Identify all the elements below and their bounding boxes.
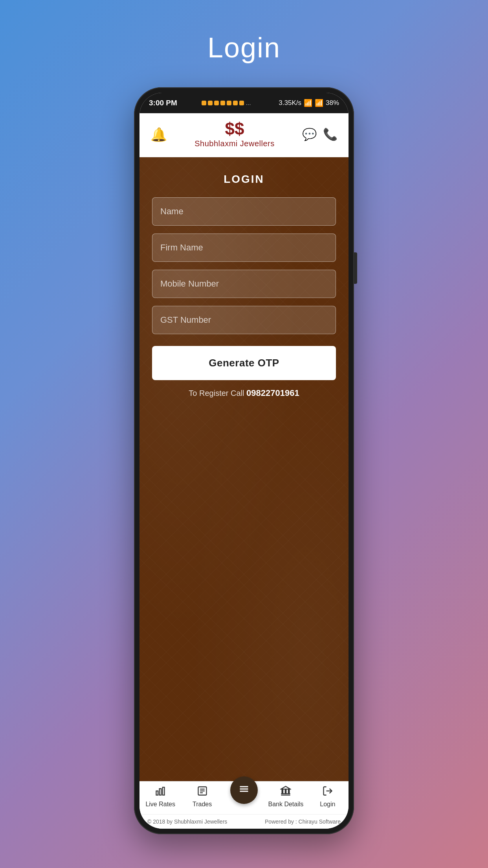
live-rates-icon [155, 785, 166, 799]
notif-dot-2 [208, 101, 213, 105]
network-speed: 3.35K/s [279, 99, 301, 107]
phone-mockup: 3:00 PM ... 3.35K/s 📶 📶 38% 🔔 [134, 87, 354, 834]
status-bar: 3:00 PM ... 3.35K/s 📶 📶 38% [139, 93, 349, 113]
bank-details-icon [280, 785, 291, 799]
firm-name-input[interactable] [152, 234, 336, 262]
notification-dots: ... [202, 99, 251, 107]
copyright-text: © 2018 by Shubhlaxmi Jewellers [147, 818, 227, 825]
register-call-text: To Register Call 09822701961 [139, 388, 349, 398]
powered-by-text: Powered by : Chirayu Software [265, 818, 341, 825]
trades-icon [197, 785, 208, 799]
mobile-number-input[interactable] [152, 270, 336, 298]
notif-dot-1 [202, 101, 206, 105]
login-nav-label: Login [320, 801, 335, 808]
svg-rect-11 [282, 789, 283, 794]
nav-item-login[interactable]: Login [307, 785, 349, 808]
status-time: 3:00 PM [149, 99, 177, 107]
page-title: Login [207, 31, 281, 64]
status-icons: 3.35K/s 📶 📶 38% [275, 99, 339, 107]
app-header: 🔔 $$ Shubhlaxmi Jewellers 💬 📞 [139, 113, 349, 157]
nav-item-menu[interactable] [223, 788, 265, 805]
login-title: LOGIN [139, 173, 349, 186]
brand-center: $$ Shubhlaxmi Jewellers [194, 120, 274, 148]
gst-number-input[interactable] [152, 306, 336, 334]
notif-dot-3 [214, 101, 219, 105]
bottom-nav: Live Rates Trades [139, 781, 349, 814]
generate-otp-button[interactable]: Generate OTP [152, 346, 336, 380]
notif-dot-7 [239, 101, 244, 105]
battery-status: 38% [326, 99, 339, 107]
svg-rect-13 [288, 789, 289, 794]
svg-rect-12 [285, 789, 286, 794]
svg-rect-1 [160, 789, 161, 795]
name-input[interactable] [152, 197, 336, 226]
live-rates-label: Live Rates [145, 801, 175, 808]
brand-name: Shubhlaxmi Jewellers [194, 139, 274, 148]
notif-dot-4 [220, 101, 225, 105]
menu-icon [238, 783, 250, 797]
notif-dot-6 [233, 101, 238, 105]
trades-label: Trades [193, 801, 212, 808]
brand-logo: $$ [225, 120, 244, 138]
bank-details-label: Bank Details [268, 801, 304, 808]
signal-icon: 📶 [315, 99, 323, 107]
phone-icon[interactable]: 📞 [323, 127, 338, 141]
nav-item-live-rates[interactable]: Live Rates [139, 785, 181, 808]
header-right: 💬 📞 [302, 127, 338, 141]
center-menu-button[interactable] [230, 776, 258, 804]
wifi-icon: 📶 [304, 99, 312, 107]
nav-item-trades[interactable]: Trades [181, 785, 223, 808]
nav-item-bank-details[interactable]: Bank Details [265, 785, 306, 808]
svg-rect-0 [156, 791, 158, 795]
phone-screen: 3:00 PM ... 3.35K/s 📶 📶 38% 🔔 [139, 93, 349, 829]
login-form [139, 197, 349, 334]
svg-rect-2 [163, 787, 165, 795]
bell-icon[interactable]: 🔔 [150, 127, 167, 142]
register-label: To Register Call [189, 389, 244, 397]
footer-bar: © 2018 by Shubhlaxmi Jewellers Powered b… [139, 814, 349, 829]
notif-dot-5 [227, 101, 231, 105]
app-content: LOGIN Generate OTP To Register Call 0982… [139, 157, 349, 781]
login-nav-icon [322, 785, 333, 799]
register-phone: 09822701961 [246, 388, 299, 398]
whatsapp-icon[interactable]: 💬 [302, 127, 317, 141]
